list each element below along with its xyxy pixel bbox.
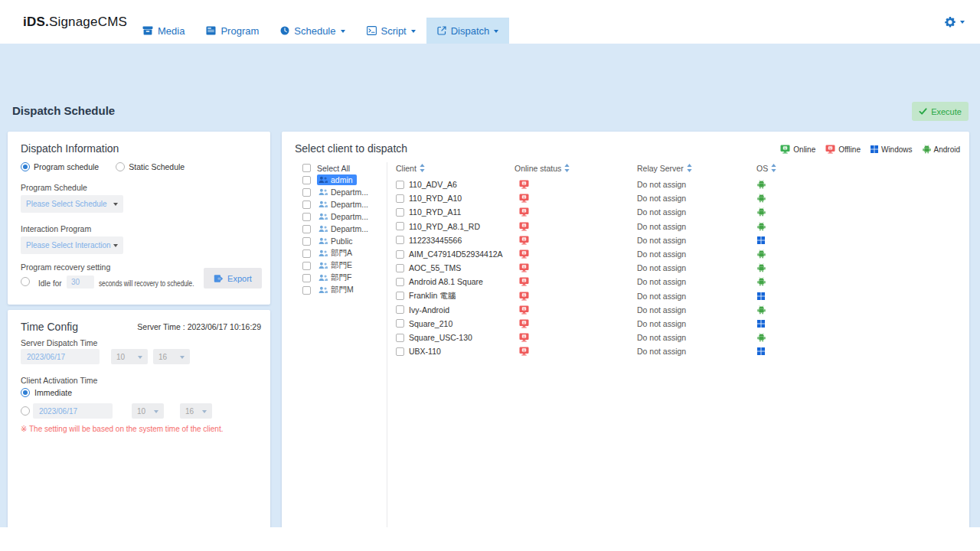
client-checkbox[interactable] [396, 292, 404, 300]
group-label: Departm... [331, 224, 368, 233]
brand-suffix: SignageCMS [49, 15, 127, 30]
client-name: 110_RYD_A8.1_RD [409, 222, 480, 231]
os-cell [756, 180, 962, 189]
idle-seconds-input[interactable] [67, 276, 94, 289]
recovery-setting-label: Program recovery setting [21, 262, 110, 272]
static-schedule-radio[interactable]: Static Schedule [116, 162, 185, 171]
client-checkbox[interactable] [396, 334, 404, 342]
group-label: 部門F [331, 272, 351, 283]
nav-item-media[interactable]: Media [132, 18, 195, 44]
client-checkbox[interactable] [396, 264, 404, 272]
group-item[interactable]: 部門E [317, 260, 356, 271]
users-icon [318, 237, 328, 245]
interaction-program-select[interactable]: Please Select Interaction S... [21, 236, 123, 254]
offline-status-icon [519, 347, 637, 356]
legend-label: Offline [838, 145, 861, 154]
group-checkbox[interactable] [302, 225, 311, 233]
group-item[interactable]: Public [317, 236, 357, 246]
activation-hour-select[interactable]: 10 [132, 403, 164, 419]
select-value: Please Select Schedule [26, 200, 113, 208]
nav-item-program[interactable]: Program [195, 18, 270, 44]
group-item[interactable]: 部門A [317, 248, 356, 259]
chevron-down-icon [180, 356, 185, 359]
chevron-down-icon [411, 30, 416, 33]
client-checkbox[interactable] [396, 347, 404, 356]
chevron-down-icon [341, 30, 345, 33]
group-checkbox[interactable] [302, 262, 311, 270]
relay-server-cell: Do not assign [637, 222, 756, 231]
program-schedule-radio[interactable]: Program schedule [21, 162, 99, 171]
activation-date-input[interactable] [33, 403, 113, 419]
app-logo[interactable]: iDS.SignageCMS [23, 0, 127, 44]
relay-server-value: Do not assign [637, 249, 686, 259]
client-checkbox[interactable] [396, 250, 404, 259]
nav-item-label: Program [220, 25, 259, 37]
column-header-relay-server[interactable]: Relay Server [637, 164, 756, 174]
group-item[interactable]: Departm... [317, 199, 372, 210]
gear-icon [944, 16, 956, 28]
select-all-label[interactable]: Select All [317, 164, 350, 173]
export-button[interactable]: Export [204, 268, 262, 289]
os-cell [756, 305, 962, 315]
group-checkbox[interactable] [302, 274, 311, 282]
select-all-checkbox[interactable] [302, 164, 311, 172]
nav-item-dispatch[interactable]: Dispatch [426, 18, 510, 44]
select-all-row: Select All [302, 162, 387, 174]
group-checkbox[interactable] [302, 249, 311, 258]
client-name: Franklin 電腦 [409, 291, 456, 302]
group-item[interactable]: admin [317, 174, 357, 185]
group-checkbox[interactable] [302, 213, 311, 221]
relay-server-cell: Do not assign [637, 333, 756, 342]
column-header-online-status[interactable]: Online status [514, 164, 637, 174]
group-checkbox[interactable] [302, 286, 311, 295]
nav-item-script[interactable]: Script [356, 18, 426, 44]
client-checkbox[interactable] [396, 181, 404, 189]
client-checkbox[interactable] [396, 222, 404, 230]
group-item[interactable]: Departm... [317, 223, 372, 234]
immediate-radio[interactable]: Immediate [21, 388, 72, 397]
column-header-client[interactable]: Client [396, 164, 514, 174]
settings-menu[interactable] [944, 0, 965, 44]
online-status-cell [514, 305, 637, 315]
os-cell [756, 277, 962, 286]
scheduled-activation-radio[interactable] [21, 406, 30, 416]
table-body: 110_ADV_A6Do not assign110_RYD_A10Do not… [396, 178, 962, 358]
client-checkbox[interactable] [396, 278, 404, 286]
client-checkbox[interactable] [396, 319, 404, 328]
activation-minute-select[interactable]: 16 [180, 403, 212, 419]
select-value: 10 [116, 353, 138, 361]
group-item[interactable]: 部門F [317, 272, 355, 283]
sort-icon [771, 164, 776, 174]
relay-server-value: Do not assign [637, 194, 686, 203]
group-checkbox[interactable] [302, 176, 311, 184]
recovery-radio[interactable] [21, 277, 30, 286]
client-checkbox[interactable] [396, 236, 404, 244]
group-item[interactable]: 部門M [317, 285, 358, 295]
select-value: 16 [158, 353, 180, 361]
radio-label: Program schedule [34, 162, 99, 171]
client-cell: Franklin 電腦 [396, 291, 514, 302]
relay-server-cell: Do not assign [637, 236, 756, 245]
nav-item-schedule[interactable]: Schedule [270, 18, 355, 44]
group-checkbox[interactable] [302, 237, 311, 246]
client-checkbox[interactable] [396, 208, 404, 217]
server-dispatch-hour-select[interactable]: 10 [111, 349, 148, 364]
group-checkbox[interactable] [302, 201, 311, 209]
server-dispatch-minute-select[interactable]: 16 [153, 349, 190, 364]
group-item[interactable]: Departm... [317, 187, 372, 197]
relay-server-value: Do not assign [637, 305, 686, 315]
program-schedule-select[interactable]: Please Select Schedule [21, 195, 123, 213]
offline-icon [825, 145, 835, 154]
client-name: Ivy-Android [409, 305, 449, 315]
client-checkbox[interactable] [396, 194, 404, 203]
os-cell [756, 222, 962, 231]
group-checkbox[interactable] [302, 188, 311, 197]
server-dispatch-date-input[interactable] [21, 349, 100, 364]
execute-button[interactable]: Execute [912, 102, 969, 121]
column-header-os[interactable]: OS [756, 164, 962, 174]
online-status-cell [514, 319, 637, 328]
group-item[interactable]: Departm... [317, 211, 372, 222]
offline-status-icon [519, 180, 637, 189]
relay-server-value: Do not assign [637, 207, 686, 217]
client-checkbox[interactable] [396, 305, 404, 314]
